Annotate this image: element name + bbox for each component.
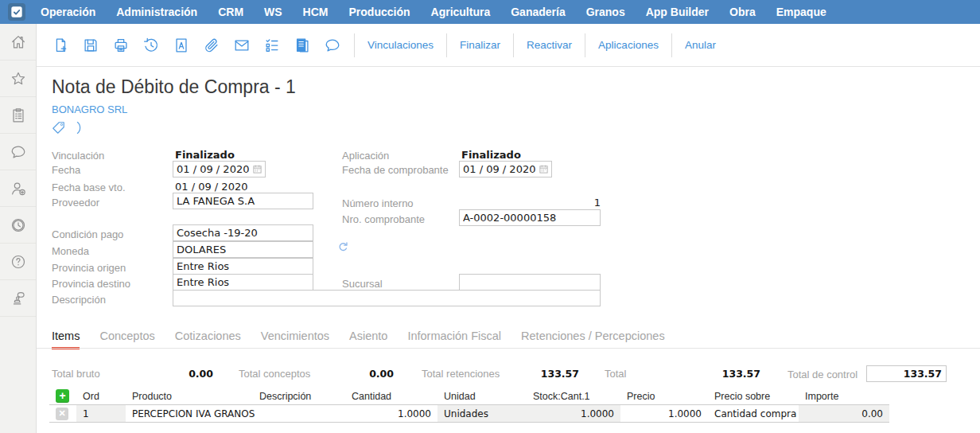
fecha-base-value: 01 / 09 / 2020 xyxy=(175,181,247,193)
sidebar-approvals[interactable] xyxy=(0,280,36,317)
cell-descripcion[interactable] xyxy=(253,405,345,422)
sidebar-help[interactable] xyxy=(0,244,36,280)
delete-row-button[interactable]: ✕ xyxy=(56,408,68,420)
tabs-divider xyxy=(37,348,980,349)
sidebar-messages[interactable] xyxy=(0,134,36,170)
link-anular[interactable]: Anular xyxy=(672,39,729,51)
col-producto: Producto xyxy=(126,388,253,404)
company-link[interactable]: BONAGRO SRL xyxy=(52,103,127,115)
provincia-origen-input[interactable] xyxy=(173,258,313,275)
numero-interno-label: Número interno xyxy=(342,197,414,209)
link-finalizar[interactable]: Finalizar xyxy=(447,39,513,51)
refresh-rate-button[interactable] xyxy=(336,240,350,254)
attachment-button[interactable] xyxy=(203,37,220,54)
fecha-label: Fecha xyxy=(52,164,80,176)
vinculacion-value: Finalizado xyxy=(175,149,235,161)
total-conceptos-label: Total conceptos xyxy=(239,368,310,380)
add-row-button[interactable]: + xyxy=(56,389,69,403)
total-label: Total xyxy=(605,368,626,380)
menu-crm[interactable]: CRM xyxy=(208,0,254,24)
menu-operacion[interactable]: Operación xyxy=(30,0,106,24)
tab-vencimientos[interactable]: Vencimientos xyxy=(261,330,329,349)
sidebar-favorites[interactable] xyxy=(0,60,36,97)
sidebar-history[interactable] xyxy=(0,207,36,244)
menu-app-builder[interactable]: App Builder xyxy=(636,0,719,24)
tag-icon[interactable] xyxy=(51,120,66,135)
comment-button[interactable] xyxy=(324,37,341,54)
detail-tabs: Items Conceptos Cotizaciones Vencimiento… xyxy=(52,330,665,349)
condicion-pago-input[interactable] xyxy=(173,224,313,241)
numero-interno-value: 1 xyxy=(460,197,601,209)
menu-empaque[interactable]: Empaque xyxy=(766,0,837,24)
menu-hcm[interactable]: HCM xyxy=(293,0,339,24)
top-menubar: Operación Administración CRM WS HCM Prod… xyxy=(0,0,980,24)
total-bruto-value: 0.00 xyxy=(189,368,213,380)
proveedor-input[interactable] xyxy=(173,193,313,209)
tab-conceptos[interactable]: Conceptos xyxy=(99,330,154,349)
menu-granos[interactable]: Granos xyxy=(576,0,636,24)
col-unidad: Unidad xyxy=(438,388,527,404)
cell-importe: 0.00 xyxy=(799,405,889,422)
menu-administracion[interactable]: Administración xyxy=(106,0,208,24)
menu-obra[interactable]: Obra xyxy=(719,0,766,24)
sucursal-input[interactable] xyxy=(459,274,601,291)
chat-icon xyxy=(10,143,27,161)
star-icon xyxy=(10,70,27,88)
descripcion-input[interactable] xyxy=(173,290,601,306)
tab-cotizaciones[interactable]: Cotizaciones xyxy=(175,330,241,349)
document-font-button[interactable] xyxy=(173,37,190,54)
tab-items[interactable]: Items xyxy=(52,330,80,349)
cell-ord: 1 xyxy=(76,405,126,422)
proveedor-label: Proveedor xyxy=(52,197,99,209)
mail-icon xyxy=(233,37,251,54)
print-button[interactable] xyxy=(112,37,130,54)
provincia-destino-input[interactable] xyxy=(173,274,313,291)
cell-precio[interactable]: 1.0000 xyxy=(620,405,708,422)
cell-precio-sobre[interactable]: Cantidad compra xyxy=(708,405,799,422)
journal-button[interactable] xyxy=(294,37,311,54)
left-sidebar xyxy=(0,24,37,433)
history-button[interactable] xyxy=(142,37,160,54)
tab-retenciones-percepciones[interactable]: Retenciones / Percepciones xyxy=(521,330,665,349)
total-conceptos-value: 0.00 xyxy=(369,368,394,380)
sidebar-tasks[interactable] xyxy=(0,97,36,134)
link-reactivar[interactable]: Reactivar xyxy=(514,39,585,51)
total-group: Total 133.57 xyxy=(605,368,760,380)
link-vinculaciones[interactable]: Vinculaciones xyxy=(355,39,446,51)
link-aplicaciones[interactable]: Aplicaciones xyxy=(585,39,671,51)
save-button[interactable] xyxy=(82,37,99,54)
menu-ganaderia[interactable]: Ganadería xyxy=(500,0,575,24)
tab-informacion-fiscal[interactable]: Información Fiscal xyxy=(407,330,501,349)
fecha-input[interactable]: 01 / 09 / 2020 xyxy=(173,161,266,177)
fecha-comprobante-input[interactable]: 01 / 09 / 2020 xyxy=(459,161,552,177)
approval-stamp-icon xyxy=(10,290,27,307)
checklist-button[interactable] xyxy=(263,37,281,54)
calendar-icon xyxy=(539,164,549,174)
tasks-clipboard-icon xyxy=(10,107,27,124)
menu-ws[interactable]: WS xyxy=(254,0,293,24)
expand-chevron-icon[interactable] xyxy=(75,120,84,135)
sidebar-home[interactable] xyxy=(0,24,36,60)
total-control-label: Total de control xyxy=(788,369,858,380)
attachment-icon xyxy=(203,37,220,54)
total-control-input[interactable] xyxy=(866,365,947,382)
col-descripcion: Descripción xyxy=(253,388,345,404)
moneda-input[interactable] xyxy=(173,241,313,258)
cell-producto[interactable]: PERCEPCION IVA GRANOS xyxy=(126,405,253,422)
sidebar-add-user[interactable] xyxy=(0,170,36,207)
nro-comprobante-input[interactable] xyxy=(459,209,601,226)
col-precio-sobre: Precio sobre xyxy=(708,388,799,404)
new-document-button[interactable] xyxy=(52,37,69,54)
fecha-base-label: Fecha base vto. xyxy=(52,181,126,193)
cell-unidad: Unidades xyxy=(438,405,527,422)
add-user-icon xyxy=(10,180,27,197)
menu-produccion[interactable]: Producción xyxy=(339,0,421,24)
app-logo[interactable] xyxy=(8,3,25,21)
checkbox-logo-icon xyxy=(9,4,25,20)
menu-agricultura[interactable]: Agricultura xyxy=(421,0,501,24)
items-table: + Ord Producto Descripción Cantidad Unid… xyxy=(49,388,889,423)
new-document-icon xyxy=(52,37,69,54)
cell-cantidad[interactable]: 1.0000 xyxy=(345,405,438,422)
tab-asiento[interactable]: Asiento xyxy=(349,330,387,349)
mail-button[interactable] xyxy=(233,37,251,54)
